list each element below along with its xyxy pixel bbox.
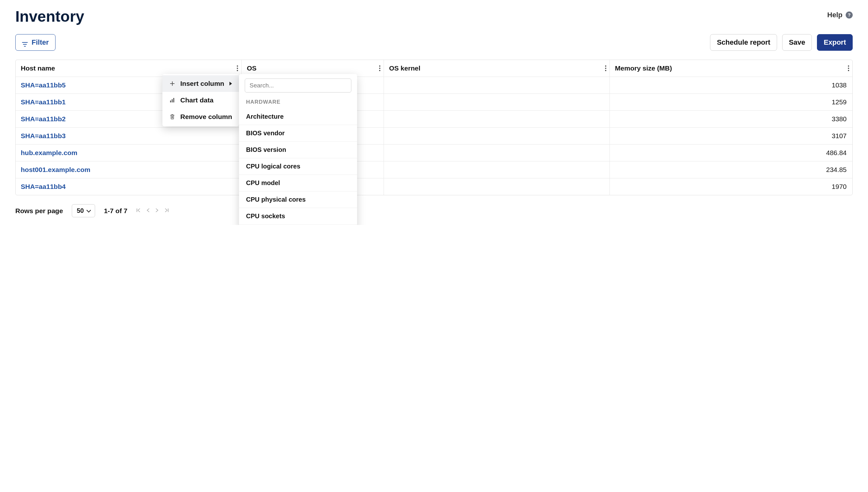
kernel-cell [384,111,610,128]
column-header-memory-label: Memory size (MB) [615,65,672,72]
submenu-item: Memory size (MB) [239,224,357,225]
table-row: SHA=aa11bb4centos1970 [16,178,852,195]
insert-column-submenu: HARDWARE ArchitectureBIOS vendorBIOS ver… [239,74,357,225]
kernel-cell [384,94,610,111]
host-link[interactable]: SHA=aa11bb2 [21,115,66,123]
submenu-item[interactable]: CPU sockets [239,208,357,224]
rows-per-page-label: Rows per page [15,207,63,215]
filter-label: Filter [32,38,49,47]
kernel-cell [384,162,610,178]
menu-insert-column-label: Insert column [180,80,224,88]
submenu-item[interactable]: CPU logical cores [239,158,357,174]
table-row: hub.example.comCentOS 7486.84 [16,145,852,162]
column-context-menu: Insert column Chart data Remove column [163,74,239,126]
menu-chart-data[interactable]: Chart data [163,92,239,108]
column-menu-memory[interactable] [848,66,849,71]
table-row: SHA=aa11bb2suse3380 [16,111,852,128]
page-last-button[interactable] [164,207,169,214]
chevron-down-icon [86,208,91,213]
page-prev-button[interactable] [147,207,150,214]
submenu-item[interactable]: Architecture [239,108,357,125]
submenu-item[interactable]: CPU model [239,174,357,191]
help-label: Help [827,11,842,19]
host-link[interactable]: hub.example.com [21,149,77,156]
column-menu-kernel[interactable] [605,66,606,71]
plus-icon [170,81,175,86]
page-next-button[interactable] [155,207,158,214]
memory-cell: 3107 [610,128,852,145]
memory-cell: 1970 [610,178,852,195]
table-row: SHA=aa11bb3debian_pure3107 [16,128,852,145]
chart-icon [170,98,175,102]
help-icon: ? [846,11,853,19]
submenu-section-header: HARDWARE [239,97,357,108]
help-link[interactable]: Help ? [827,11,853,19]
memory-cell: 1038 [610,77,852,94]
menu-remove-column-label: Remove column [180,113,232,121]
host-link[interactable]: SHA=aa11bb3 [21,132,66,140]
memory-cell: 3380 [610,111,852,128]
host-link[interactable]: SHA=aa11bb1 [21,98,66,106]
inventory-table: Host name OS OS kernel Memory size (MB) … [15,60,853,195]
table-row: host001.example.comCentOS 7234.85 [16,162,852,178]
menu-remove-column[interactable]: Remove column [163,108,239,125]
chevron-right-icon [229,82,232,85]
pagination-range: 1-7 of 7 [104,207,128,215]
column-header-kernel-label: OS kernel [389,65,420,72]
kernel-cell [384,145,610,162]
column-header-host-label: Host name [21,65,55,72]
filter-icon [22,40,28,45]
filter-button[interactable]: Filter [15,34,55,51]
page-first-button[interactable] [136,207,141,214]
schedule-report-button[interactable]: Schedule report [710,34,777,51]
table-row: SHA=aa11bb5ubuntu1038 [16,77,852,94]
host-link[interactable]: SHA=aa11bb5 [21,81,66,89]
menu-insert-column[interactable]: Insert column [163,75,239,92]
column-header-memory[interactable]: Memory size (MB) [610,60,852,77]
memory-cell: 234.85 [610,162,852,178]
submenu-item[interactable]: BIOS vendor [239,125,357,141]
svg-rect-0 [170,100,171,102]
kernel-cell [384,77,610,94]
rows-per-page-value: 50 [77,207,83,215]
column-header-os-label: OS [247,65,256,72]
column-menu-host[interactable] [237,66,238,71]
page-title: Inventory [15,8,84,25]
trash-icon [170,114,175,119]
submenu-item[interactable]: CPU physical cores [239,191,357,208]
svg-rect-1 [172,99,173,102]
column-menu-os[interactable] [379,66,380,71]
memory-cell: 1259 [610,94,852,111]
submenu-item[interactable]: BIOS version [239,141,357,158]
kernel-cell [384,128,610,145]
svg-rect-2 [173,98,174,102]
memory-cell: 486.84 [610,145,852,162]
host-link[interactable]: SHA=aa11bb4 [21,183,66,190]
column-header-kernel[interactable]: OS kernel [384,60,610,77]
export-button[interactable]: Export [817,34,853,51]
host-link[interactable]: host001.example.com [21,166,90,173]
submenu-search-input[interactable] [245,78,351,93]
save-button[interactable]: Save [782,34,812,51]
table-row: SHA=aa11bb1ubuntu1259 [16,94,852,111]
kernel-cell [384,178,610,195]
menu-chart-data-label: Chart data [180,96,214,104]
rows-per-page-select[interactable]: 50 [72,204,95,217]
